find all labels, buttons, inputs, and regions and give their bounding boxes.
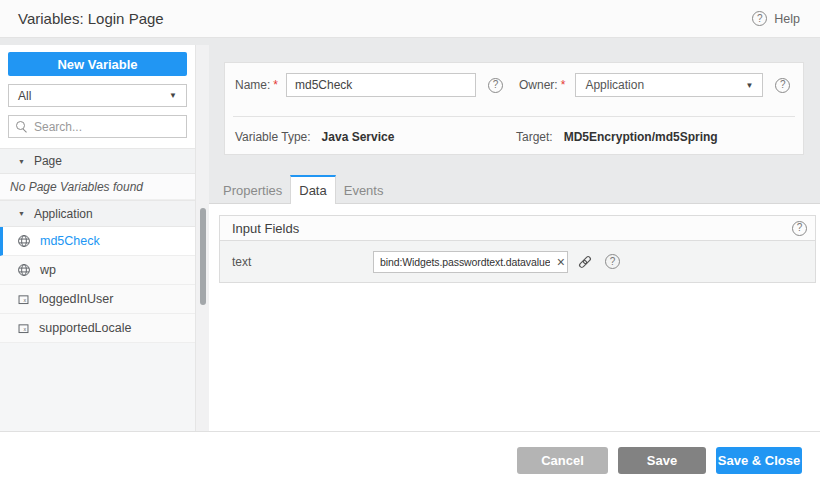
section-header-page[interactable]: ▼ Page [0, 148, 195, 174]
tab-properties[interactable]: Properties [215, 175, 290, 203]
required-marker: * [273, 78, 278, 92]
input-field-row: text × ? [220, 241, 815, 282]
chevron-down-icon: ▼ [169, 91, 177, 100]
sidebar-filler [0, 343, 195, 431]
owner-select-value: Application [585, 78, 644, 92]
name-label: Name: [235, 78, 270, 92]
bind-input-wrap: × [373, 251, 568, 273]
sidebar-scrollbar-track[interactable] [195, 45, 209, 431]
bind-link-icon[interactable] [577, 254, 593, 270]
variable-filter-dropdown[interactable]: All ▼ [8, 84, 187, 107]
save-button[interactable]: Save [618, 447, 706, 474]
service-variable-icon [17, 263, 31, 277]
svg-text:x: x [24, 326, 27, 332]
section-caret-icon: ▼ [18, 158, 25, 165]
model-variable-icon: x [17, 322, 30, 335]
sidebar-item-label: supportedLocale [39, 321, 131, 335]
variable-summary-card: Name: * ? Owner: * Application ▼ ? Varia… [224, 62, 804, 155]
dialog-footer: Cancel Save Save & Close [0, 431, 820, 488]
new-variable-button[interactable]: New Variable [8, 52, 187, 76]
sidebar-item-loggedinuser[interactable]: x loggedInUser [0, 285, 195, 314]
variable-type-label: Variable Type: [235, 130, 311, 144]
sidebar-item-label: wp [40, 263, 56, 277]
clear-bind-icon[interactable]: × [557, 252, 565, 272]
page-empty-message: No Page Variables found [0, 174, 195, 200]
svg-text:x: x [24, 297, 27, 303]
main-panel: Name: * ? Owner: * Application ▼ ? Varia… [209, 45, 820, 431]
input-fields-header: Input Fields ? [220, 216, 815, 241]
input-fields-title: Input Fields [232, 221, 299, 236]
input-fields-help-icon[interactable]: ? [792, 221, 807, 236]
sidebar-item-md5check[interactable]: md5Check [0, 227, 195, 256]
service-variable-icon [17, 234, 31, 248]
help-qmark-icon: ? [752, 11, 767, 26]
section-label-application: Application [34, 207, 93, 221]
model-variable-icon: x [17, 293, 30, 306]
cancel-button[interactable]: Cancel [517, 447, 608, 474]
chevron-down-icon: ▼ [745, 81, 753, 90]
name-input[interactable] [286, 73, 476, 97]
bind-value-input[interactable] [373, 251, 568, 273]
tab-data[interactable]: Data [290, 175, 335, 204]
save-and-close-button[interactable]: Save & Close [716, 447, 802, 474]
sidebar-item-label: loggedInUser [39, 292, 113, 306]
section-caret-icon: ▼ [18, 210, 25, 217]
search-icon [16, 121, 28, 133]
field-label-text: text [232, 255, 373, 269]
tab-content: Input Fields ? text × ? [209, 204, 820, 431]
variable-filter-value: All [18, 89, 31, 103]
sidebar-item-supportedlocale[interactable]: x supportedLocale [0, 314, 195, 343]
target-label: Target: [516, 130, 553, 144]
help-link[interactable]: ? Help [752, 11, 800, 26]
section-header-application[interactable]: ▼ Application [0, 200, 195, 227]
dialog-header: Variables: Login Page ? Help [0, 0, 820, 38]
owner-select[interactable]: Application ▼ [575, 73, 763, 97]
sidebar-item-wp[interactable]: wp [0, 256, 195, 285]
input-fields-panel: Input Fields ? text × ? [219, 215, 816, 283]
variable-type-value: Java Service [322, 130, 395, 144]
help-label: Help [774, 12, 800, 26]
page-title: Variables: Login Page [18, 10, 164, 27]
sidebar-scrollbar-thumb[interactable] [200, 208, 206, 305]
search-box [8, 115, 187, 138]
card-divider [233, 116, 795, 117]
sidebar-controls: New Variable All ▼ [0, 45, 195, 148]
tab-bar: Properties Data Events [209, 175, 820, 204]
section-label-page: Page [34, 154, 62, 168]
type-target-row: Variable Type: Java Service Target: MD5E… [235, 125, 793, 149]
variables-sidebar: New Variable All ▼ ▼ Page No Page Variab… [0, 45, 195, 431]
name-owner-row: Name: * ? Owner: * Application ▼ ? [235, 72, 793, 98]
bind-help-icon[interactable]: ? [605, 254, 620, 269]
owner-label: Owner: [519, 78, 558, 92]
name-help-icon[interactable]: ? [488, 78, 503, 93]
owner-help-icon[interactable]: ? [775, 78, 790, 93]
tab-events[interactable]: Events [336, 175, 392, 203]
search-input[interactable] [34, 120, 179, 134]
required-marker: * [561, 78, 566, 92]
sidebar-item-label: md5Check [40, 234, 100, 248]
target-value: MD5Encryption/md5Spring [564, 130, 718, 144]
